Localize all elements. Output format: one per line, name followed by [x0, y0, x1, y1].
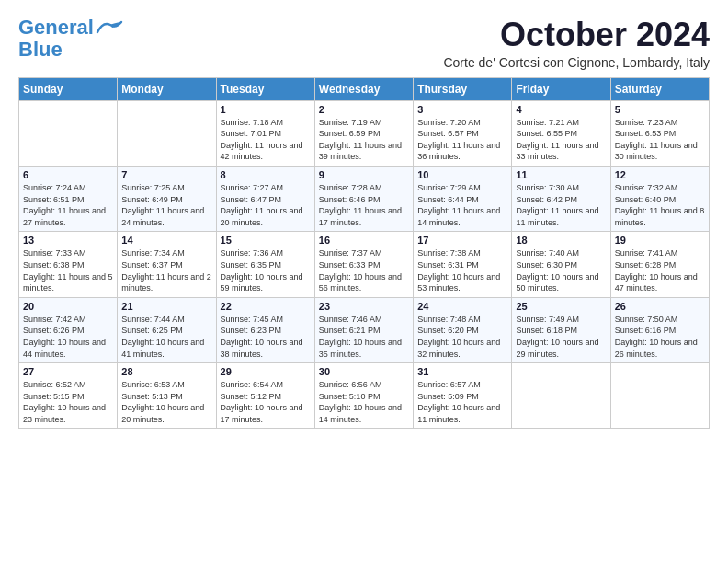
day-number: 13 — [23, 235, 113, 246]
day-info: Sunrise: 7:32 AM Sunset: 6:40 PM Dayligh… — [615, 182, 705, 228]
calendar-cell: 5Sunrise: 7:23 AM Sunset: 6:53 PM Daylig… — [610, 100, 709, 166]
calendar-cell: 23Sunrise: 7:46 AM Sunset: 6:21 PM Dayli… — [314, 297, 413, 362]
calendar-week-3: 13Sunrise: 7:33 AM Sunset: 6:38 PM Dayli… — [19, 232, 710, 297]
day-info: Sunrise: 6:52 AM Sunset: 5:15 PM Dayligh… — [23, 379, 113, 425]
calendar-table: SundayMondayTuesdayWednesdayThursdayFrid… — [18, 77, 710, 430]
day-number: 6 — [23, 169, 113, 180]
calendar-cell: 14Sunrise: 7:34 AM Sunset: 6:37 PM Dayli… — [118, 232, 216, 297]
day-info: Sunrise: 7:20 AM Sunset: 6:57 PM Dayligh… — [417, 117, 507, 163]
calendar-cell: 29Sunrise: 6:54 AM Sunset: 5:12 PM Dayli… — [216, 363, 314, 429]
day-number: 8 — [221, 169, 311, 180]
calendar-cell: 13Sunrise: 7:33 AM Sunset: 6:38 PM Dayli… — [19, 232, 118, 297]
day-number: 16 — [319, 235, 409, 246]
day-number: 10 — [417, 169, 507, 180]
title-block: October 2024 Corte de' Cortesi con Cigno… — [443, 17, 710, 70]
day-info: Sunrise: 7:30 AM Sunset: 6:42 PM Dayligh… — [516, 182, 606, 228]
day-info: Sunrise: 7:23 AM Sunset: 6:53 PM Dayligh… — [615, 117, 705, 163]
calendar-cell: 4Sunrise: 7:21 AM Sunset: 6:55 PM Daylig… — [512, 100, 610, 166]
calendar-cell — [19, 100, 118, 166]
day-info: Sunrise: 6:56 AM Sunset: 5:10 PM Dayligh… — [319, 379, 409, 425]
col-header-saturday: Saturday — [610, 77, 709, 100]
day-number: 9 — [319, 169, 409, 180]
day-number: 20 — [23, 301, 113, 312]
day-number: 25 — [516, 301, 606, 312]
day-info: Sunrise: 7:25 AM Sunset: 6:49 PM Dayligh… — [121, 182, 211, 228]
calendar-cell: 18Sunrise: 7:40 AM Sunset: 6:30 PM Dayli… — [512, 232, 610, 297]
calendar-cell: 26Sunrise: 7:50 AM Sunset: 6:16 PM Dayli… — [610, 297, 709, 362]
day-number: 24 — [417, 301, 507, 312]
day-info: Sunrise: 7:33 AM Sunset: 6:38 PM Dayligh… — [23, 247, 113, 293]
col-header-wednesday: Wednesday — [314, 77, 413, 100]
day-number: 22 — [221, 301, 311, 312]
day-info: Sunrise: 7:49 AM Sunset: 6:18 PM Dayligh… — [516, 314, 606, 360]
day-number: 4 — [516, 104, 606, 115]
calendar-week-1: 1Sunrise: 7:18 AM Sunset: 7:01 PM Daylig… — [19, 100, 710, 166]
logo: General Blue — [18, 17, 123, 61]
header: General Blue October 2024 Corte de' Cort… — [18, 17, 710, 70]
day-number: 27 — [23, 366, 113, 377]
calendar-cell: 25Sunrise: 7:49 AM Sunset: 6:18 PM Dayli… — [512, 297, 610, 362]
day-number: 29 — [221, 366, 311, 377]
day-info: Sunrise: 6:54 AM Sunset: 5:12 PM Dayligh… — [221, 379, 311, 425]
day-info: Sunrise: 7:38 AM Sunset: 6:31 PM Dayligh… — [417, 247, 507, 293]
day-info: Sunrise: 7:19 AM Sunset: 6:59 PM Dayligh… — [319, 117, 409, 163]
day-info: Sunrise: 7:46 AM Sunset: 6:21 PM Dayligh… — [319, 314, 409, 360]
day-number: 12 — [615, 169, 705, 180]
col-header-tuesday: Tuesday — [216, 77, 314, 100]
day-number: 3 — [417, 104, 507, 115]
day-number: 17 — [417, 235, 507, 246]
day-info: Sunrise: 7:21 AM Sunset: 6:55 PM Dayligh… — [516, 117, 606, 163]
calendar-cell: 11Sunrise: 7:30 AM Sunset: 6:42 PM Dayli… — [512, 166, 610, 231]
day-number: 5 — [615, 104, 705, 115]
day-number: 11 — [516, 169, 606, 180]
calendar-cell — [512, 363, 610, 429]
calendar-cell — [610, 363, 709, 429]
day-number: 18 — [516, 235, 606, 246]
location-title: Corte de' Cortesi con Cignone, Lombardy,… — [443, 55, 710, 70]
day-info: Sunrise: 7:48 AM Sunset: 6:20 PM Dayligh… — [417, 314, 507, 360]
day-info: Sunrise: 7:44 AM Sunset: 6:25 PM Dayligh… — [121, 314, 211, 360]
day-info: Sunrise: 6:57 AM Sunset: 5:09 PM Dayligh… — [417, 379, 507, 425]
calendar-cell: 1Sunrise: 7:18 AM Sunset: 7:01 PM Daylig… — [216, 100, 314, 166]
day-number: 14 — [121, 235, 211, 246]
calendar-cell: 31Sunrise: 6:57 AM Sunset: 5:09 PM Dayli… — [414, 363, 512, 429]
calendar-week-2: 6Sunrise: 7:24 AM Sunset: 6:51 PM Daylig… — [19, 166, 710, 231]
logo-blue: Blue — [18, 38, 63, 61]
day-number: 19 — [615, 235, 705, 246]
day-number: 2 — [319, 104, 409, 115]
day-info: Sunrise: 7:34 AM Sunset: 6:37 PM Dayligh… — [121, 247, 211, 293]
logo-general: General — [18, 16, 94, 39]
day-number: 1 — [221, 104, 311, 115]
calendar-cell: 16Sunrise: 7:37 AM Sunset: 6:33 PM Dayli… — [314, 232, 413, 297]
day-number: 15 — [221, 235, 311, 246]
calendar-cell: 6Sunrise: 7:24 AM Sunset: 6:51 PM Daylig… — [19, 166, 118, 231]
day-info: Sunrise: 7:28 AM Sunset: 6:46 PM Dayligh… — [319, 182, 409, 228]
calendar-cell: 20Sunrise: 7:42 AM Sunset: 6:26 PM Dayli… — [19, 297, 118, 362]
day-number: 31 — [417, 366, 507, 377]
calendar-cell: 2Sunrise: 7:19 AM Sunset: 6:59 PM Daylig… — [314, 100, 413, 166]
day-number: 28 — [121, 366, 211, 377]
col-header-sunday: Sunday — [19, 77, 118, 100]
day-number: 7 — [121, 169, 211, 180]
day-info: Sunrise: 7:50 AM Sunset: 6:16 PM Dayligh… — [615, 314, 705, 360]
calendar-cell: 8Sunrise: 7:27 AM Sunset: 6:47 PM Daylig… — [216, 166, 314, 231]
calendar-cell — [118, 100, 216, 166]
logo-text: General — [18, 17, 94, 39]
calendar-week-5: 27Sunrise: 6:52 AM Sunset: 5:15 PM Dayli… — [19, 363, 710, 429]
calendar-cell: 15Sunrise: 7:36 AM Sunset: 6:35 PM Dayli… — [216, 232, 314, 297]
col-header-friday: Friday — [512, 77, 610, 100]
day-info: Sunrise: 7:18 AM Sunset: 7:01 PM Dayligh… — [221, 117, 311, 163]
calendar-cell: 3Sunrise: 7:20 AM Sunset: 6:57 PM Daylig… — [414, 100, 512, 166]
calendar-cell: 30Sunrise: 6:56 AM Sunset: 5:10 PM Dayli… — [314, 363, 413, 429]
day-info: Sunrise: 7:37 AM Sunset: 6:33 PM Dayligh… — [319, 247, 409, 293]
calendar-cell: 24Sunrise: 7:48 AM Sunset: 6:20 PM Dayli… — [414, 297, 512, 362]
day-info: Sunrise: 7:40 AM Sunset: 6:30 PM Dayligh… — [516, 247, 606, 293]
day-info: Sunrise: 7:36 AM Sunset: 6:35 PM Dayligh… — [221, 247, 311, 293]
calendar-cell: 22Sunrise: 7:45 AM Sunset: 6:23 PM Dayli… — [216, 297, 314, 362]
day-info: Sunrise: 7:45 AM Sunset: 6:23 PM Dayligh… — [221, 314, 311, 360]
day-number: 21 — [121, 301, 211, 312]
day-info: Sunrise: 7:29 AM Sunset: 6:44 PM Dayligh… — [417, 182, 507, 228]
day-info: Sunrise: 7:41 AM Sunset: 6:28 PM Dayligh… — [615, 247, 705, 293]
calendar-cell: 19Sunrise: 7:41 AM Sunset: 6:28 PM Dayli… — [610, 232, 709, 297]
logo-bird-icon — [96, 19, 123, 36]
